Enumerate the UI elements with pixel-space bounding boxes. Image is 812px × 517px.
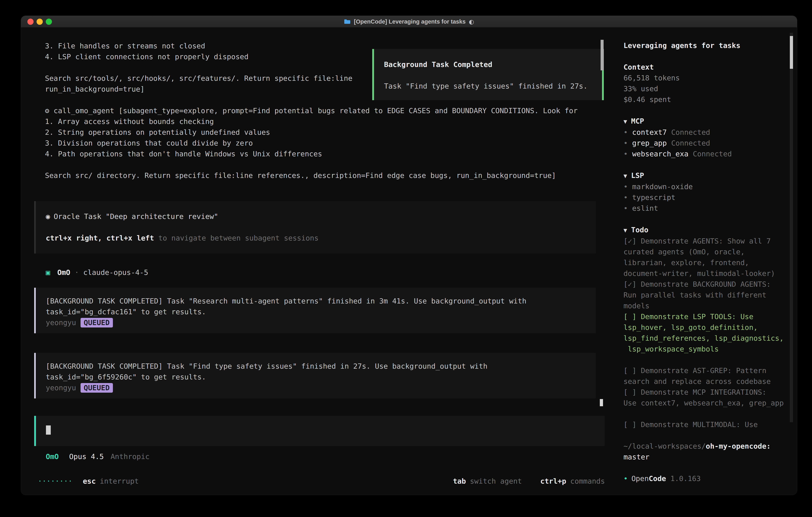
- main-scrollbar-thumb[interactable]: [601, 40, 604, 71]
- statusbar: ········escinterrupt tabswitch agentctrl…: [38, 476, 605, 487]
- todo-line: document-writer, multimodal-looker): [624, 268, 789, 279]
- app-name-code: Code: [649, 474, 666, 483]
- chevron-down-icon: ▼: [624, 118, 627, 125]
- lsp-section-header[interactable]: ▼LSP: [624, 170, 789, 181]
- tab-key-hint: tab: [453, 477, 466, 485]
- context-stats: 66,518 tokens33% used$0.46 spent: [624, 73, 789, 105]
- esc-key-label: interrupt: [100, 477, 139, 485]
- minimize-button[interactable]: [36, 19, 43, 25]
- mcp-server-status: Connected: [693, 150, 732, 158]
- todo-line: [ ] Demonstrate MULTIMODAL: Use: [624, 419, 789, 430]
- toast-body: Task "Find type safety issues" finished …: [384, 81, 602, 91]
- prompt-input[interactable]: [34, 416, 605, 446]
- chat-pane: 3. File handles or streams not closed4. …: [21, 28, 615, 495]
- app-content: 3. File handles or streams not closed4. …: [21, 28, 797, 495]
- todo-list: [✓] Demonstrate AGENTS: Show all 7curate…: [624, 236, 789, 430]
- input-line[interactable]: [46, 426, 605, 436]
- commands-key-label: commands: [570, 477, 605, 485]
- message-line: task_id="bg_dcfac161" to get results.: [46, 306, 588, 317]
- message-line: [BACKGROUND TASK COMPLETED] Task "Resear…: [46, 296, 588, 306]
- mcp-section-header[interactable]: ▼MCP: [624, 116, 789, 127]
- context-stat: 33% used: [624, 83, 789, 94]
- mcp-item: • context7Connected: [624, 127, 789, 138]
- spacer: [624, 105, 789, 116]
- bullet-icon: •: [624, 193, 632, 201]
- lsp-server-name: markdown-oxide: [632, 183, 693, 191]
- chevron-down-icon: ▼: [624, 172, 627, 179]
- app-version-number: 1.0.163: [666, 474, 701, 483]
- todo-line: [ ] Demonstrate LSP TOOLS: Use: [624, 311, 789, 322]
- message-author: yeongyu: [46, 384, 76, 392]
- lsp-heading: LSP: [631, 171, 644, 180]
- mcp-server-status: Connected: [671, 139, 710, 147]
- message-scrollbar-thumb[interactable]: [600, 399, 603, 406]
- close-button[interactable]: [27, 19, 34, 25]
- context-heading: Context: [624, 62, 789, 73]
- model-provider: Anthropic: [111, 453, 149, 461]
- text-cursor: [46, 426, 51, 435]
- bullet-icon: •: [624, 150, 632, 158]
- oracle-panel: ◉Oracle Task "Deep architecture review" …: [34, 201, 596, 253]
- sidebar: Leveraging agents for tasks Context 66,5…: [615, 28, 797, 495]
- session-title: Leveraging agents for tasks: [624, 40, 789, 51]
- todo-line: models: [624, 300, 789, 311]
- oracle-title-line: ◉Oracle Task "Deep architecture review": [46, 211, 596, 222]
- app-version: •OpenCode 1.0.163: [624, 473, 789, 484]
- todo-section-header[interactable]: ▼Todo: [624, 224, 789, 236]
- spacer: [46, 222, 596, 233]
- todo-line: [✓] Demonstrate BACKGROUND AGENTS:: [624, 279, 789, 290]
- model-agent-name: OmO: [46, 453, 59, 461]
- todo-line: lsp_workspace_symbols: [624, 344, 789, 354]
- traffic-lights: [27, 16, 52, 27]
- todo-line: lsp_find_references, lsp_diagnostics,: [624, 333, 789, 344]
- todo-item: [ ] Demonstrate MULTIMODAL: Use: [624, 419, 789, 430]
- lsp-server-name: eslint: [632, 204, 658, 212]
- oracle-hint-text: to navigate between subagent sessions: [154, 234, 319, 242]
- mcp-server-status: Connected: [671, 128, 710, 136]
- mcp-server-name: websearch_exa: [632, 150, 689, 158]
- spacer: [624, 159, 789, 170]
- message-footer: yeongyuQUEUED: [46, 317, 588, 328]
- toast-title: Background Task Completed: [384, 59, 602, 70]
- lsp-item: • typescript: [624, 192, 789, 203]
- oracle-hint-keys: ctrl+x right, ctrl+x left: [46, 234, 154, 242]
- recording-indicator-icon: ◐: [469, 18, 474, 25]
- mcp-server-name: grep_app: [632, 139, 667, 147]
- spacer: [624, 214, 789, 224]
- commands-key-hint: ctrl+p: [540, 477, 566, 485]
- message-line: task_id="bg_6f59260c" to get results.: [46, 372, 588, 382]
- sidebar-scrollbar-track[interactable]: [790, 33, 793, 422]
- app-name-open: Open: [631, 474, 649, 483]
- spacer: [624, 51, 789, 62]
- todo-line: lsp_hover, lsp_goto_definition,: [624, 322, 789, 333]
- log-line: 1. Array access without bounds checking: [45, 116, 615, 127]
- zoom-button[interactable]: [46, 19, 52, 25]
- sidebar-scrollbar-thumb[interactable]: [790, 36, 793, 69]
- esc-key-hint: esc: [83, 477, 96, 485]
- todo-line: [✓] Demonstrate AGENTS: Show all 7: [624, 236, 789, 246]
- titlebar[interactable]: [OpenCode] Leveraging agents for tasks ◐: [21, 16, 797, 28]
- message-block: [BACKGROUND TASK COMPLETED] Task "Resear…: [34, 288, 596, 333]
- tab-key-label: switch agent: [470, 477, 522, 485]
- mcp-list: • context7Connected• grep_appConnected• …: [624, 127, 789, 159]
- context-stat: 66,518 tokens: [624, 73, 789, 83]
- log-line: [45, 159, 615, 170]
- bullet-icon: •: [624, 474, 628, 483]
- lsp-server-name: typescript: [632, 193, 675, 201]
- workspace-path: ~/local-workspaces/oh-my-opencode:: [624, 441, 789, 452]
- spacer: [384, 70, 602, 81]
- log-line: 4. Path operations that don't handle Win…: [45, 148, 615, 159]
- todo-line: Use context7, websearch_exa, grep_app: [624, 398, 789, 408]
- todo-item: [✓] Demonstrate BACKGROUND AGENTS:Run pa…: [624, 279, 789, 311]
- todo-line: librarian, explore, frontend,: [624, 257, 789, 268]
- spacer: [624, 462, 789, 473]
- log-line: 2. String operations on potentially unde…: [45, 127, 615, 138]
- log-line: Search src/ directory. Return specific f…: [45, 170, 615, 181]
- notification-toast: Background Task Completed Task "Find typ…: [372, 49, 604, 100]
- todo-line: curated agents (OmO, oracle,: [624, 246, 789, 257]
- message-list: [BACKGROUND TASK COMPLETED] Task "Resear…: [21, 288, 615, 399]
- bullet-icon: •: [624, 128, 632, 136]
- todo-line: search and replace across codebase: [624, 376, 789, 387]
- workspace-repo: oh-my-opencode:: [706, 442, 771, 450]
- todo-heading: Todo: [631, 226, 648, 234]
